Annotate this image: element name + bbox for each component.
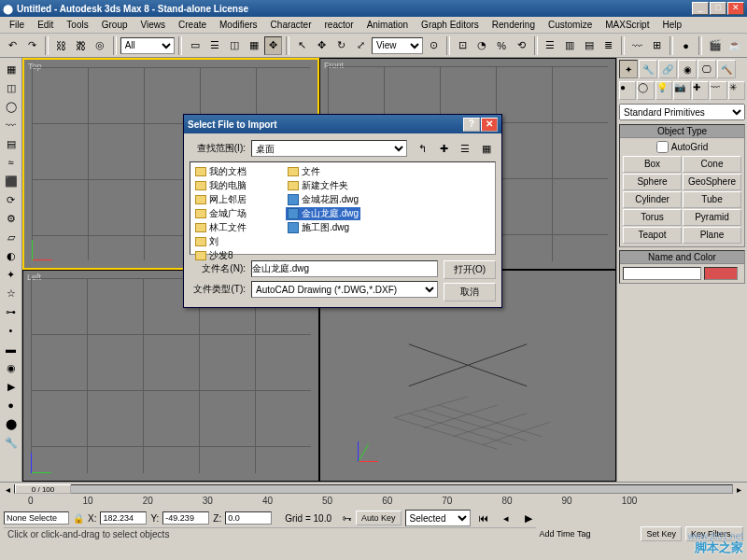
hierarchy-tab-icon[interactable]: 🔗 [658,60,677,78]
select-name-icon[interactable]: ☰ [205,36,223,55]
menu-modifiers[interactable]: Modifiers [214,19,263,31]
setkey-button[interactable]: Set Key [641,526,682,541]
list-item[interactable]: 新建文件夹 [286,179,360,192]
schematic-icon[interactable]: ⊞ [648,36,666,55]
select-region-icon[interactable]: ◫ [225,36,243,55]
undo-icon[interactable]: ↶ [4,36,21,55]
autogrid-checkbox[interactable] [656,141,669,153]
maximize-button[interactable]: □ [710,2,726,15]
object-color-swatch[interactable] [704,267,738,280]
mirror-icon[interactable]: ▥ [560,36,578,55]
util-icon[interactable]: 🔧 [3,434,20,451]
cancel-button[interactable]: 取消 [444,283,496,301]
play-icon[interactable]: ▶ [519,509,538,527]
rotate-icon[interactable]: ↻ [332,36,350,55]
scrub-left-icon[interactable]: ◂ [6,484,10,495]
menu-create[interactable]: Create [173,19,212,31]
goto-start-icon[interactable]: ⏮ [474,509,493,527]
box-button[interactable]: Box [623,156,682,173]
filetype-dropdown[interactable]: AutoCAD Drawing (*.DWG,*.DXF) [251,281,438,298]
new-folder-icon[interactable]: ✚ [434,139,453,158]
cylinder-button[interactable]: Cylinder [623,191,682,208]
pyramid-button[interactable]: Pyramid [683,209,741,226]
plane-icon[interactable]: ▱ [3,229,20,245]
unlink-icon[interactable]: ⛓̸ [72,36,90,55]
menu-edit[interactable]: Edit [32,19,59,31]
geometry-icon[interactable]: ● [619,81,636,100]
preview-icon[interactable]: ▶ [3,378,20,395]
quick-render-icon[interactable]: ☕ [726,36,743,55]
wind-icon[interactable]: ⬛ [3,173,20,189]
key-icon[interactable]: 🗝 [343,513,352,524]
rollout-title[interactable]: Object Type [620,125,744,138]
render-scene-icon[interactable]: 🎬 [706,36,724,55]
analyze-icon[interactable]: ⬤ [3,415,20,432]
menu-maxscript[interactable]: MAXScript [599,19,655,31]
bind-icon[interactable]: ◎ [92,36,109,55]
z-coord-input[interactable] [225,511,272,525]
select-icon[interactable]: ▭ [186,36,204,55]
shapes-icon[interactable]: ◯ [637,81,654,100]
redo-icon[interactable]: ↷ [23,36,41,55]
menu-tools[interactable]: Tools [61,19,93,31]
list-item[interactable]: 金城花园.dwg [286,193,360,206]
snap-icon[interactable]: ⊡ [454,36,472,55]
torus-button[interactable]: Torus [623,209,682,226]
menu-views[interactable]: Views [135,19,172,31]
spacewarps-icon[interactable]: 〰 [710,81,726,100]
hinge-icon[interactable]: ⊶ [3,303,20,320]
material-icon[interactable]: ● [677,36,695,55]
up-folder-icon[interactable]: ↰ [413,139,431,158]
lights-icon[interactable]: 💡 [655,81,672,100]
selection-set-dropdown[interactable]: All [120,37,176,54]
object-name-input[interactable] [623,267,701,280]
point-icon[interactable]: • [3,322,20,339]
list-item[interactable]: 我的电脑 [193,179,248,192]
teapot-button[interactable]: Teapot [623,227,682,244]
cone-button[interactable]: Cone [683,156,741,173]
timeline-ruler[interactable]: 0102030405060708090100 [0,496,747,509]
menu-help[interactable]: Help [656,19,687,31]
display-tab-icon[interactable]: 🖵 [698,60,716,78]
lookin-dropdown[interactable]: 桌面 [251,140,407,157]
rollout-title[interactable]: Name and Color [620,251,744,264]
modify-tab-icon[interactable]: 🔧 [639,60,657,78]
list-item[interactable]: 文件 [286,165,360,178]
percent-snap-icon[interactable]: % [493,36,511,55]
motion-tab-icon[interactable]: ◉ [678,60,697,78]
link-icon[interactable]: ⛓ [52,36,70,55]
move-icon[interactable]: ✥ [313,36,331,55]
toy-icon[interactable]: ◐ [3,247,20,264]
cloth-icon[interactable]: ◫ [3,79,20,96]
plane-button[interactable]: Plane [683,227,741,244]
dialog-help-button[interactable]: ? [463,118,480,132]
geosphere-button[interactable]: GeoSphere [683,174,741,190]
systems-icon[interactable]: ✳ [728,81,745,100]
lock-icon[interactable]: 🔒 [73,513,84,524]
category-dropdown[interactable]: Standard Primitives [619,104,745,120]
spinner-snap-icon[interactable]: ⟲ [513,36,530,55]
mesh-icon[interactable]: ▤ [3,135,20,152]
dialog-titlebar[interactable]: Select File to Import ? ✕ [184,115,501,133]
view-details-icon[interactable]: ▦ [477,139,496,158]
refcoord-dropdown[interactable]: View [372,37,423,54]
view-list-icon[interactable]: ☰ [456,139,474,158]
carwheel-icon[interactable]: ◉ [3,359,20,376]
menu-grapheditors[interactable]: Graph Editors [416,19,485,31]
filename-input[interactable] [251,260,438,277]
scrub-right-icon[interactable]: ▸ [737,484,741,495]
autokey-button[interactable]: Auto Key [356,511,402,525]
prismatic-icon[interactable]: ▬ [3,341,20,357]
list-item[interactable]: 施工图.dwg [286,221,360,234]
named-selset-icon[interactable]: ☰ [542,36,559,55]
list-item[interactable]: 我的文档 [193,165,248,178]
close-button[interactable]: ✕ [727,2,744,15]
keymode-dropdown[interactable]: Selected [405,510,471,526]
motor-icon[interactable]: ⚙ [3,210,20,227]
scale-icon[interactable]: ⤢ [352,36,370,55]
angle-snap-icon[interactable]: ◔ [473,36,491,55]
dialog-close-button[interactable]: ✕ [481,118,498,132]
window-crossing-icon[interactable]: ▦ [245,36,262,55]
curve-editor-icon[interactable]: 〰 [628,36,646,55]
list-item[interactable]: 金山龙庭.dwg [286,207,360,220]
